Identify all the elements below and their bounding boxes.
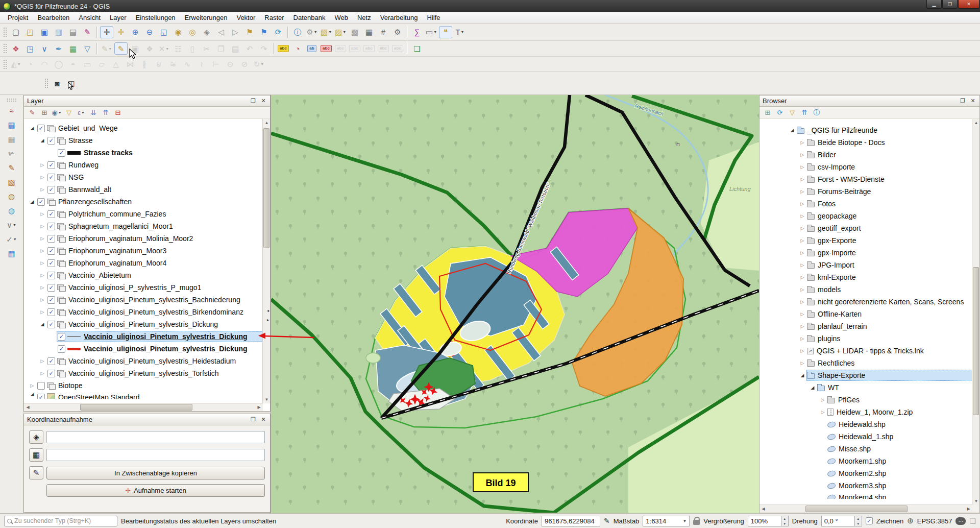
expander-icon[interactable]: ▷ <box>798 189 806 194</box>
left-grid-gray-icon[interactable]: ▦ <box>5 133 18 145</box>
browser-item-row[interactable]: ▷plugins <box>760 332 972 345</box>
expander-icon[interactable]: ▷ <box>798 348 806 353</box>
expander-icon[interactable]: ◢ <box>28 199 36 204</box>
visibility-checkbox[interactable]: ✓ <box>37 125 45 132</box>
expander-icon[interactable]: ◢ <box>28 126 36 131</box>
maximize-button[interactable]: ❐ <box>942 0 958 9</box>
visibility-checkbox[interactable]: ✓ <box>58 333 65 341</box>
expander-icon[interactable]: ▷ <box>38 211 46 217</box>
rotate-label-icon[interactable]: abc <box>362 42 376 55</box>
float-panel-icon[interactable]: ❐ <box>959 98 966 104</box>
expander-icon[interactable]: ◢ <box>38 322 46 327</box>
browser-item-row[interactable]: ▷kml-Exporte <box>760 271 972 283</box>
visibility-checkbox[interactable]: ✓ <box>58 149 65 157</box>
browser-panel-header[interactable]: Browser ❐ ✕ <box>760 95 979 107</box>
open-attribute-table-icon[interactable]: ▦ <box>362 26 376 38</box>
messages-icon[interactable]: … <box>955 517 966 525</box>
open-project-icon[interactable]: ◰ <box>23 26 37 38</box>
left-lasso-icon[interactable]: ✃ <box>5 147 18 159</box>
refresh-browser-icon[interactable]: ⟳ <box>774 108 786 118</box>
browser-properties-icon[interactable]: ⓘ <box>811 108 822 118</box>
expander-icon[interactable]: ▷ <box>38 309 46 315</box>
cut-features-icon[interactable]: ✂ <box>200 42 213 55</box>
layer-tree-vscrollbar[interactable]: ▲ ▼ <box>262 119 270 403</box>
new-bookmark-icon[interactable]: ⚑ <box>243 26 256 38</box>
render-checkbox[interactable]: ✓ <box>866 517 873 524</box>
crs-status[interactable]: EPSG:3857 <box>917 517 952 525</box>
coordinate-capture-header[interactable]: Koordinatenaufnahme ❐ ✕ <box>24 414 270 425</box>
visibility-checkbox[interactable]: ✓ <box>58 345 65 353</box>
visibility-checkbox[interactable]: ✓ <box>47 321 55 328</box>
expander-icon[interactable]: ▷ <box>798 164 806 170</box>
expander-icon[interactable]: ▷ <box>38 175 46 180</box>
visibility-checkbox[interactable]: ✓ <box>47 137 55 145</box>
zoom-full-extent-icon[interactable]: ◱ <box>157 26 170 38</box>
expander-icon[interactable]: ▷ <box>798 299 806 304</box>
browser-item-row[interactable]: ▷Heidew_1, Moorw_1.zip <box>760 406 972 418</box>
layer-row[interactable]: ▷✓Vaccinio_uliginosi_Pinetum_sylvestris_… <box>24 367 263 379</box>
visibility-checkbox[interactable]: ✓ <box>47 259 55 267</box>
coordinate-crs-field[interactable] <box>46 431 265 443</box>
rotation-spinbox[interactable]: 0,0 ° ▲▼ <box>821 516 862 526</box>
show-hide-labels-icon[interactable]: abc <box>334 42 347 55</box>
expander-icon[interactable]: ◢ <box>808 385 817 390</box>
browser-tree-hscrollbar[interactable]: ◀ ▶ <box>760 505 972 513</box>
expander-icon[interactable]: ▷ <box>38 248 46 253</box>
map-tips-icon[interactable]: ❝ <box>439 26 452 38</box>
visibility-checkbox[interactable]: ✓ <box>47 272 55 279</box>
refresh-map-icon[interactable]: ⟳ <box>272 26 285 38</box>
left-grid-blue-icon[interactable]: ▦ <box>5 118 18 131</box>
field-calculator-icon[interactable]: # <box>377 26 390 38</box>
float-panel-icon[interactable]: ❐ <box>250 98 257 104</box>
browser-item-row[interactable]: ▷Bilder <box>760 149 972 161</box>
import-geotagged-photos-icon[interactable]: ◙ <box>51 77 64 89</box>
expander-icon[interactable]: ▷ <box>798 238 806 243</box>
deselect-features-icon[interactable]: ▩ <box>348 26 361 38</box>
layer-labeling-icon[interactable]: abc <box>277 42 290 55</box>
expander-icon[interactable]: ◢ <box>28 392 36 397</box>
visibility-checkbox[interactable]: ✓ <box>47 223 55 230</box>
layer-tree-hscrollbar[interactable]: ◀ ▶ <box>24 403 263 411</box>
globe-crs-icon[interactable]: ⊕ <box>907 516 914 525</box>
expand-all-icon[interactable]: ⇊ <box>88 108 99 118</box>
new-geopackage-layer-icon[interactable]: ◳ <box>23 42 37 55</box>
layer-diagram-icon[interactable]: ◔ <box>291 42 304 55</box>
visibility-checkbox[interactable]: ✓ <box>47 161 55 169</box>
zoom-out-icon[interactable]: ⊖ <box>143 26 156 38</box>
browser-item-row[interactable]: Heidewald_1.shp <box>760 430 972 443</box>
browser-item-row[interactable]: ▷Forst - WMS-Dienste <box>760 173 972 185</box>
split-parts-icon[interactable]: ∦ <box>138 58 151 70</box>
layer-panel-header[interactable]: Layer ❐ ✕ <box>24 95 270 107</box>
filter-legend-icon[interactable]: ▽ <box>63 108 75 118</box>
expander-icon[interactable]: ▷ <box>38 358 46 364</box>
toggle-editing-icon[interactable]: ✎ <box>114 42 128 55</box>
menu-hilfe[interactable]: Hilfe <box>422 13 445 22</box>
left-topology-check-icon[interactable]: ✓▼ <box>5 233 18 245</box>
layer-row[interactable]: ▷✓Polytrichum_commune_Fazies <box>24 208 263 220</box>
zoom-to-layer-icon[interactable]: ◎ <box>186 26 199 38</box>
visibility-checkbox[interactable]: ✓ <box>47 174 55 181</box>
expander-icon[interactable]: ▷ <box>798 262 806 268</box>
add-selected-layers-icon[interactable]: ⊞ <box>762 108 773 118</box>
magnifier-spinbox[interactable]: 100% ▲▼ <box>748 516 789 526</box>
change-label-icon[interactable]: abc <box>377 42 390 55</box>
remove-layer-icon[interactable]: ⊟ <box>112 108 124 118</box>
new-project-icon[interactable]: ▢ <box>9 26 22 38</box>
merge-attributes-icon[interactable]: ≋ <box>166 58 180 70</box>
expander-icon[interactable]: ▷ <box>38 297 46 302</box>
expander-icon[interactable]: ▷ <box>798 336 806 341</box>
expander-icon[interactable]: ▷ <box>798 324 806 329</box>
run-feature-action-icon[interactable]: ⚙▼ <box>305 26 318 38</box>
menu-raster[interactable]: Raster <box>260 13 288 22</box>
expander-icon[interactable]: ▷ <box>38 285 46 290</box>
delete-selected-icon[interactable]: ▯ <box>186 42 199 55</box>
toolbar-handle[interactable] <box>7 98 17 102</box>
collapse-all-icon[interactable]: ⇈ <box>100 108 111 118</box>
menu-bearbeiten[interactable]: Bearbeiten <box>33 13 74 22</box>
show-bookmarks-icon[interactable]: ⚑ <box>257 26 271 38</box>
visibility-checkbox[interactable]: ✓ <box>47 370 55 377</box>
expander-icon[interactable]: ▷ <box>798 275 806 280</box>
highlight-pinned-labels-icon[interactable]: abc <box>320 42 333 55</box>
layer-row[interactable]: ▷✓Vaccinio_uliginosi_P_sylvestris_P_mugo… <box>24 281 263 294</box>
layer-row[interactable]: ◢✓Vaccinio_uliginosi_Pinetum_sylvestris_… <box>24 318 263 330</box>
